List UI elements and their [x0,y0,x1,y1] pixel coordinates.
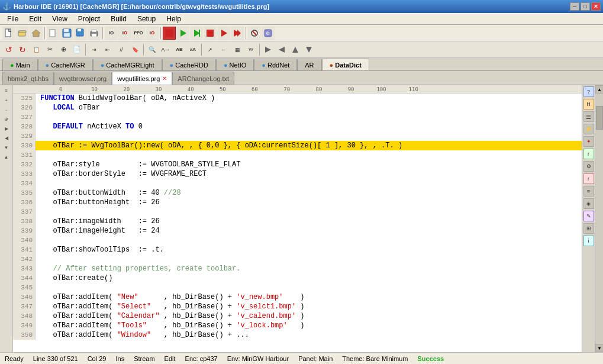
code-line-328: 328 DEFAULT nActiveX TO 0 [13,122,582,131]
tb2-redo-red[interactable]: ↻ [16,43,29,56]
tb2-find[interactable]: 🔍 [146,43,159,56]
tb-ppo[interactable]: PPO [132,27,145,40]
scroll-thumb[interactable] [596,106,603,130]
rp-icon-7[interactable]: ⚙ [583,161,594,172]
tb-sep-2 [102,27,103,39]
tb-red-arr[interactable] [217,27,230,40]
rp-icon-13[interactable]: i [583,236,594,246]
tb2-ab[interactable]: AB [173,43,186,56]
rp-icon-5[interactable]: ✦ [583,136,594,147]
tb2-aa[interactable]: aA [186,43,199,56]
tb2-replace[interactable]: A→ [159,43,172,56]
rp-icon-6[interactable]: r [583,149,594,159]
tb2-word[interactable]: W [244,43,257,56]
code-editor[interactable]: 325 FUNCTION BuildWvgToolBar( oDA, nActi… [13,94,582,352]
proj-tab-cachemgr[interactable]: ●CacheMGR [38,59,93,70]
menu-edit[interactable]: Edit [24,14,46,24]
scroll-down-button[interactable]: ▼ [595,344,603,352]
close-button[interactable]: ✕ [591,2,601,11]
tb2-sep-1 [85,44,86,56]
file-tab-wvgutilities[interactable]: wvgutilities.prg ✕ [112,72,172,85]
tb2-back[interactable]: ← [217,43,230,56]
file-tab-wvgtbrowser[interactable]: wvgtbrowser.prg [54,72,112,85]
status-panel: Panel: Main [298,355,333,362]
proj-tab-ar[interactable]: AR [297,59,321,70]
tb-io2[interactable]: IO [118,27,131,40]
proj-tab-datadict[interactable]: ●DataDict [322,59,369,70]
proj-tab-netio[interactable]: ●NetIO [216,59,254,70]
file-tab-archangelog[interactable]: ARChangeLog.txt [172,72,234,85]
menu-view[interactable]: View [47,14,72,24]
scroll-up-button[interactable]: ▲ [595,85,603,94]
rp-icon-12[interactable]: ⊞ [583,223,594,234]
rp-icon-4[interactable]: ⚡ [583,124,594,134]
menu-help[interactable]: Help [162,14,186,24]
minimize-button[interactable]: ─ [570,2,579,11]
tb-green-arr[interactable] [176,27,189,40]
gutter-icon-1[interactable]: ≡ [1,86,12,95]
tb-doc-new[interactable] [47,27,60,40]
tb-new-file[interactable] [2,27,15,40]
tb-run2[interactable] [190,27,203,40]
rp-icon-3[interactable]: ☰ [583,111,594,122]
proj-tab-cacherdd[interactable]: ●CacheRDD [162,59,216,70]
tb2-copy[interactable]: ⊕ [57,43,70,56]
tb2-undo-red[interactable]: ↺ [2,43,15,56]
menu-setup[interactable]: Setup [133,14,160,24]
code-line-348: 348 oTBar:addItem( "Calendar" , hb_DirBa… [13,311,582,321]
tb2-goto[interactable]: ↗ [204,43,217,56]
tb2-bookmarks[interactable]: 🔖 [128,43,141,56]
rp-icon-8[interactable]: r [583,173,594,184]
menu-project[interactable]: Project [73,14,105,24]
gutter-icon-4[interactable]: ⊕ [1,115,12,123]
maximize-button[interactable]: □ [581,2,590,11]
proj-tab-cachemgrlight[interactable]: ●CacheMGRLight [93,59,162,70]
tb2-something[interactable]: 📋 [30,43,43,56]
tb2-paste[interactable]: 📄 [70,43,83,56]
svg-rect-4 [50,30,55,37]
tb2-down-tri[interactable] [302,43,315,56]
rp-icon-2[interactable]: H [583,99,594,109]
file-tab-hbmk2[interactable]: hbmk2_qt.hbs [2,72,54,85]
vscrollbar[interactable]: ▲ ▼ [595,85,603,352]
rp-icon-11[interactable]: ✎ [583,211,594,221]
tb-stop[interactable] [204,27,217,40]
gutter-icon-3[interactable]: - [1,105,12,114]
tb-open[interactable] [16,27,29,40]
tb2-indent[interactable]: ⇥ [88,43,101,56]
tb-config[interactable]: ⚙ [262,27,275,40]
tb-anchor-circle[interactable] [248,27,261,40]
tb-save[interactable] [60,27,73,40]
rp-icon-10[interactable]: ◈ [583,198,594,209]
tb-print[interactable] [88,27,101,40]
tb2-left-tri[interactable] [275,43,288,56]
file-tab-wvgutilities-close[interactable]: ✕ [162,75,167,82]
tb2-select-rect[interactable]: ▦ [231,43,244,56]
title-text: Harbour IDE (r16901) [CacheMGR] [E:/harb… [14,3,269,10]
tb2-cut[interactable]: ✂ [43,43,56,56]
gutter-icon-2[interactable]: + [1,96,12,104]
tb2-up-tri[interactable] [289,43,302,56]
menu-file[interactable]: File [2,14,23,24]
tb2-right-tri[interactable] [262,43,275,56]
status-success: Success [418,355,444,362]
code-line-349: 349 oTBar:addItem( "Tools" , hb_DirBase(… [13,321,582,330]
tb-red-box[interactable] [163,27,176,40]
tb-io3[interactable]: IO [146,27,159,40]
rp-icon-1[interactable]: ? [583,86,594,97]
rp-icon-9[interactable]: ≡ [583,186,594,197]
file-tab-wvgutilities-label: wvgutilities.prg [117,75,160,82]
tb-save-all[interactable] [74,27,87,40]
tb-house[interactable] [30,27,43,40]
proj-tab-rddnet[interactable]: ●RddNet [254,59,297,70]
tb2-outdent[interactable]: ⇤ [101,43,114,56]
tb-io[interactable]: IO [105,27,118,40]
proj-tab-main[interactable]: ●Main [2,59,38,70]
gutter-icon-6[interactable]: ◀ [1,134,12,142]
menu-build[interactable]: Build [106,14,131,24]
gutter-icon-5[interactable]: ▶ [1,124,12,133]
gutter-icon-8[interactable]: ▲ [1,153,12,161]
tb2-comment[interactable]: // [115,43,128,56]
gutter-icon-7[interactable]: ▼ [1,143,12,152]
tb-red-arr2[interactable] [231,27,244,40]
